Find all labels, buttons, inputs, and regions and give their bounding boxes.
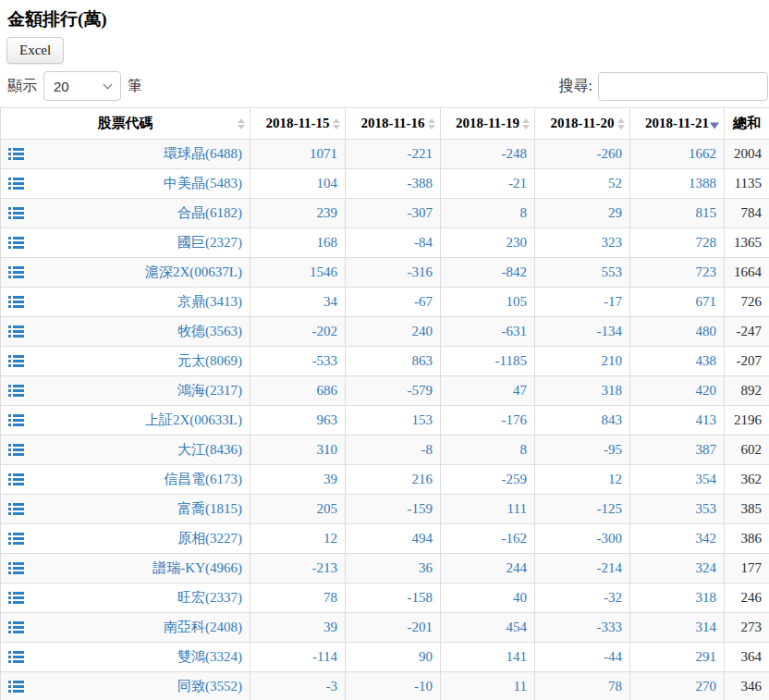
value-cell: 420 [630, 376, 725, 406]
table-row: 雙鴻(3324) -114 90 141 -44 291 364 [1, 643, 769, 672]
list-icon[interactable] [8, 266, 24, 278]
list-icon[interactable] [8, 325, 24, 338]
value-cell: -17 [535, 288, 630, 317]
value-cell: 310 [250, 436, 346, 465]
stock-name-link[interactable]: 旺宏(2337) [177, 590, 242, 605]
value-cell: 141 [441, 643, 535, 672]
value-cell: -221 [346, 140, 441, 169]
list-icon[interactable] [8, 355, 24, 367]
stock-cell: 信昌電(6173) [1, 465, 250, 495]
value-cell: 438 [630, 347, 725, 376]
list-icon[interactable] [8, 503, 24, 515]
value-cell: 1662 [630, 140, 725, 169]
table-row: 同致(3552) -3 -10 11 78 270 346 [1, 672, 769, 700]
total-cell: 1365 [725, 228, 769, 258]
stock-name-link[interactable]: 大江(8436) [177, 442, 242, 457]
stock-name-link[interactable]: 滬深2X(00637L) [145, 264, 242, 279]
stock-name-link[interactable]: 富喬(1815) [177, 501, 242, 516]
table-row: 合晶(6182) 239 -307 8 29 815 784 [1, 199, 769, 228]
stock-name-link[interactable]: 信昌電(6173) [164, 472, 242, 486]
value-cell: 230 [441, 228, 535, 258]
total-cell: 364 [725, 643, 769, 672]
excel-export-button[interactable]: Excel [6, 37, 64, 64]
value-cell: 728 [630, 228, 725, 258]
sort-both-icon [333, 118, 340, 129]
list-icon[interactable] [8, 207, 24, 219]
value-cell: -84 [346, 228, 441, 258]
column-header-label: 2018-11-19 [456, 116, 519, 130]
column-header-2018-11-19[interactable]: 2018-11-19 [441, 108, 535, 140]
value-cell: 104 [250, 169, 346, 199]
stock-name-link[interactable]: 中美晶(5483) [164, 176, 242, 190]
total-cell: 726 [725, 288, 769, 317]
search-control: 搜尋: [559, 72, 768, 101]
value-cell: -114 [250, 643, 346, 672]
list-icon[interactable] [8, 148, 24, 160]
list-icon[interactable] [8, 651, 24, 663]
value-cell: -316 [346, 258, 441, 288]
stock-name-link[interactable]: 同致(3552) [177, 679, 242, 694]
value-cell: 216 [346, 465, 441, 495]
total-cell: 362 [725, 465, 769, 495]
list-icon[interactable] [8, 385, 24, 397]
stock-name-link[interactable]: 京鼎(3413) [177, 294, 242, 309]
stock-name-link[interactable]: 南亞科(2408) [164, 620, 242, 634]
stock-name-link[interactable]: 環球晶(6488) [164, 146, 242, 161]
stock-name-link[interactable]: 合晶(6182) [177, 205, 242, 220]
stock-name-link[interactable]: 國巨(2327) [177, 235, 242, 250]
value-cell: 323 [535, 228, 630, 258]
list-icon[interactable] [8, 562, 24, 574]
column-header-2018-11-15[interactable]: 2018-11-15 [250, 108, 346, 140]
value-cell: 205 [250, 495, 346, 524]
list-icon[interactable] [8, 414, 24, 426]
ranking-table: 股票代碼2018-11-152018-11-162018-11-192018-1… [0, 107, 769, 700]
value-cell: 11 [441, 672, 535, 700]
table-row: 南亞科(2408) 39 -201 454 -333 314 273 [1, 613, 769, 643]
value-cell: -388 [346, 169, 441, 199]
value-cell: 723 [630, 258, 725, 288]
column-header-stock-code[interactable]: 股票代碼 [1, 108, 250, 140]
page-length-select-wrap: 20 [43, 71, 121, 101]
column-header-label: 總和 [733, 116, 761, 130]
list-icon[interactable] [8, 473, 24, 485]
value-cell: 111 [441, 495, 535, 524]
value-cell: 12 [250, 524, 346, 554]
stock-name-link[interactable]: 原相(3227) [177, 531, 242, 546]
value-cell: 52 [535, 169, 630, 199]
value-cell: -842 [441, 258, 535, 288]
stock-name-link[interactable]: 鴻海(2317) [177, 383, 242, 398]
list-icon[interactable] [8, 621, 24, 633]
stock-name-link[interactable]: 牧德(3563) [177, 324, 242, 338]
stock-name-link[interactable]: 譜瑞-KY(4966) [153, 560, 242, 575]
list-icon[interactable] [8, 592, 24, 604]
column-header-2018-11-21[interactable]: 2018-11-21 [630, 108, 725, 140]
page-length-select[interactable]: 20 [43, 71, 121, 101]
value-cell: 39 [250, 465, 346, 495]
list-icon[interactable] [8, 296, 24, 308]
total-cell: -247 [725, 317, 769, 347]
list-icon[interactable] [8, 444, 24, 456]
total-cell: 602 [725, 436, 769, 465]
value-cell: -214 [535, 554, 630, 583]
list-icon[interactable] [8, 681, 24, 693]
list-icon[interactable] [8, 178, 24, 190]
table-row: 大江(8436) 310 -8 8 -95 387 602 [1, 436, 769, 465]
value-cell: -260 [535, 140, 630, 169]
value-cell: 454 [441, 613, 535, 643]
table-row: 中美晶(5483) 104 -388 -21 52 1388 1135 [1, 169, 769, 199]
stock-name-link[interactable]: 元太(8069) [177, 353, 242, 368]
list-icon[interactable] [8, 237, 24, 249]
value-cell: -213 [250, 554, 346, 583]
stock-name-link[interactable]: 雙鴻(3324) [177, 649, 242, 664]
column-header-2018-11-20[interactable]: 2018-11-20 [535, 108, 630, 140]
search-input[interactable] [598, 72, 768, 101]
value-cell: -8 [346, 436, 441, 465]
stock-cell: 京鼎(3413) [1, 288, 250, 317]
stock-name-link[interactable]: 上証2X(00633L) [145, 412, 242, 427]
table-controls: 顯示 20 筆 搜尋: [7, 71, 768, 101]
value-cell: -259 [441, 465, 535, 495]
list-icon[interactable] [8, 533, 24, 545]
column-header-2018-11-16[interactable]: 2018-11-16 [346, 108, 441, 140]
stock-cell: 牧德(3563) [1, 317, 250, 347]
value-cell: -533 [250, 347, 346, 376]
